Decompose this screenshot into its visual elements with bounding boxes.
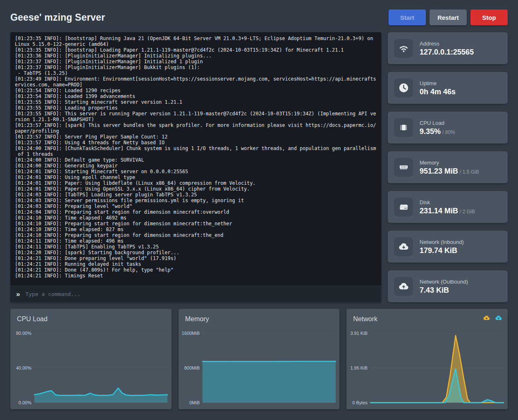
network-chart-card: Network 3.91 KiB1.95 KiB0 Bytes xyxy=(346,309,508,409)
stat-value: 0h 4m 46s xyxy=(420,88,456,95)
start-button[interactable]: Start xyxy=(389,10,426,25)
svg-text:800MiB: 800MiB xyxy=(184,365,199,370)
stats-sidebar: Address127.0.0.1:25565Uptime0h 4m 46sCPU… xyxy=(388,32,508,302)
server-dashboard: Geese' mzing Server Start Restart Stop [… xyxy=(0,0,518,409)
cloud-download-icon xyxy=(483,314,490,322)
console-line: [01:23:54 INFO]: Loaded 1290 recipes xyxy=(15,88,377,93)
network-chart-title: Network xyxy=(353,315,377,323)
console-line: [01:24:01 INFO]: Paper: Using libdeflate… xyxy=(15,180,377,186)
console-line: of 1 threads xyxy=(15,151,377,157)
stat-limit: / 1.5 GiB xyxy=(460,169,479,175)
console-line: - TabTPS (1.3.25) xyxy=(15,70,377,76)
console-line: [01:24:03 INFO]: Preparing level "world" xyxy=(15,203,377,209)
cpu-chart: 80.00%40.00%0.00% xyxy=(10,328,172,409)
stat-card-body: Uptime0h 4m 46s xyxy=(420,80,456,95)
cpu-chart-title: CPU Load xyxy=(17,315,48,323)
stat-value: 7.43 KiB xyxy=(420,286,468,294)
console-line: [01:23:37 INFO]: [PluginInitializerManag… xyxy=(15,59,377,64)
stop-button[interactable]: Stop xyxy=(470,10,508,25)
console-log[interactable]: [01:23:35 INFO]: [bootstrap] Running Jav… xyxy=(10,32,381,286)
chart-legend xyxy=(483,314,502,322)
header: Geese' mzing Server Start Restart Stop xyxy=(10,0,508,32)
console-line: [01:23:57 INFO]: Using 4 threads for Net… xyxy=(15,140,377,146)
console-line: [01:24:10 INFO]: Time elapsed: 4692 ms xyxy=(15,215,377,221)
stat-card-body: Network (Inbound)179.74 KiB xyxy=(420,239,464,254)
double-chevron-right-icon: » xyxy=(16,291,20,298)
console-line: [01:23:57 INFO]: [spark] This server bun… xyxy=(15,122,377,128)
server-controls: Start Restart Stop xyxy=(389,10,508,25)
svg-text:0 Bytes: 0 Bytes xyxy=(353,400,368,405)
console-line: paper/profiling xyxy=(15,128,377,134)
console-line: [01:24:20 INFO]: [spark] Starting backgr… xyxy=(15,250,377,255)
stat-card: CPU Load9.35%/ 80% xyxy=(388,112,508,143)
stat-label: Network (Outbound) xyxy=(420,279,468,285)
console-line: [01:23:49 INFO]: Environment: Environmen… xyxy=(15,76,377,82)
disk-icon xyxy=(394,198,413,217)
console-line: [01:23:55 INFO]: This server is running … xyxy=(15,111,377,117)
stat-card: Uptime0h 4m 46s xyxy=(388,72,508,104)
stat-card: Network (Inbound)179.74 KiB xyxy=(388,231,508,262)
svg-text:3.91 KiB: 3.91 KiB xyxy=(351,331,368,336)
stat-label: Disk xyxy=(420,199,475,205)
stat-card-body: Disk231.14 MiB/ 2 GiB xyxy=(420,199,475,215)
console-line: [01:24:04 INFO]: Preparing start region … xyxy=(15,209,377,215)
console-line: [01:24:11 INFO]: Time elapsed: 496 ms xyxy=(15,238,377,244)
stat-value: 231.14 MiB/ 2 GiB xyxy=(420,207,475,215)
console-line: [01:24:01 INFO]: Starting Minecraft serv… xyxy=(15,169,377,174)
svg-text:0MiB: 0MiB xyxy=(189,400,200,405)
stat-card: Memory951.23 MiB/ 1.5 GiB xyxy=(388,151,508,183)
stat-value: 9.35%/ 80% xyxy=(420,128,455,135)
cloud-download-icon xyxy=(394,237,413,256)
cloud-upload-icon xyxy=(394,277,413,296)
command-input[interactable] xyxy=(25,291,375,297)
svg-text:80.00%: 80.00% xyxy=(16,331,32,336)
stat-card-body: Memory951.23 MiB/ 1.5 GiB xyxy=(420,160,479,175)
console-line: [01:24:01 INFO]: Using epoll channel typ… xyxy=(15,174,377,180)
console-line: [01:23:57 INFO]: Server Ping Player Samp… xyxy=(15,134,377,140)
stat-value: 179.74 KiB xyxy=(420,247,464,254)
stat-limit: / 2 GiB xyxy=(460,209,475,215)
console-line: [01:23:55 INFO]: Starting minecraft serv… xyxy=(15,99,377,105)
console-line: [01:24:00 INFO]: Generating keypair xyxy=(15,163,377,169)
stat-card-body: CPU Load9.35%/ 80% xyxy=(420,120,455,135)
console-line: [01:24:00 INFO]: [ChunkTaskScheduler] Ch… xyxy=(15,146,377,151)
clock-icon xyxy=(394,79,413,98)
console-line: [01:24:01 INFO]: Paper: Using OpenSSL 3.… xyxy=(15,186,377,192)
console-line: [01:24:10 INFO]: Time elapsed: 827 ms xyxy=(15,227,377,232)
restart-button[interactable]: Restart xyxy=(430,10,467,25)
stat-limit: / 80% xyxy=(442,129,455,135)
stat-label: Memory xyxy=(420,160,479,166)
console-panel: [01:23:35 INFO]: [bootstrap] Running Jav… xyxy=(10,32,381,302)
main-row: [01:23:35 INFO]: [bootstrap] Running Jav… xyxy=(10,32,508,302)
svg-text:1.95 KiB: 1.95 KiB xyxy=(351,365,368,370)
network-chart: 3.91 KiB1.95 KiB0 Bytes xyxy=(346,328,508,409)
memory-icon xyxy=(394,158,413,177)
stat-card: Network (Outbound)7.43 KiB xyxy=(388,270,508,302)
cloud-upload-icon xyxy=(495,314,502,322)
wifi-icon xyxy=(394,39,413,58)
svg-text:1600MiB: 1600MiB xyxy=(181,331,199,336)
console-line: ervices.com, name=PROD] xyxy=(15,82,377,88)
console-line: rsion 1.21.1-R0.1-SNAPSHOT) xyxy=(15,117,377,122)
svg-text:0.00%: 0.00% xyxy=(19,400,31,405)
cpu-chart-card: CPU Load 80.00%40.00%0.00% xyxy=(10,309,172,409)
console-line: [01:24:21 INFO]: Running delayed init ta… xyxy=(15,261,377,267)
memory-chart-card: Memory 1600MiB800MiB0MiB xyxy=(179,309,340,409)
stat-label: CPU Load xyxy=(420,120,455,126)
console-line: [01:23:35 INFO]: [bootstrap] Running Jav… xyxy=(15,36,377,41)
console-line: [01:23:35 INFO]: [bootstrap] Loading Pap… xyxy=(15,47,377,53)
console-line: [01:24:21 INFO]: Done (47.809s)! For hel… xyxy=(15,267,377,273)
console-line: [01:24:10 INFO]: Preparing start region … xyxy=(15,221,377,227)
stat-label: Address xyxy=(420,41,474,47)
stat-value: 127.0.0.1:25565 xyxy=(420,48,474,56)
stat-value: 951.23 MiB/ 1.5 GiB xyxy=(420,167,479,175)
svg-text:40.00%: 40.00% xyxy=(16,365,32,370)
console-line: [01:24:00 INFO]: Default game type: SURV… xyxy=(15,157,377,163)
stat-card-body: Address127.0.0.1:25565 xyxy=(420,41,474,56)
page-title: Geese' mzing Server xyxy=(10,12,105,23)
console-line: [01:23:55 INFO]: Loading properties xyxy=(15,105,377,111)
console-line: [01:24:10 INFO]: Preparing start region … xyxy=(15,232,377,238)
console-line: [01:24:21 INFO]: Done preparing level "w… xyxy=(15,255,377,261)
command-bar: » xyxy=(10,286,381,302)
console-line: [01:23:37 INFO]: [PluginInitializerManag… xyxy=(15,64,377,70)
